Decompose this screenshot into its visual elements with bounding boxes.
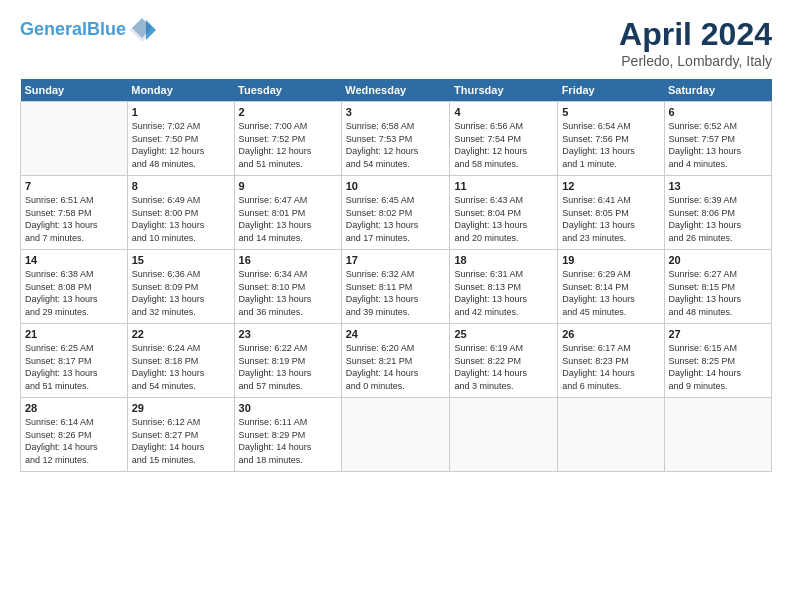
day-info: Sunrise: 6:15 AM Sunset: 8:25 PM Dayligh… bbox=[669, 342, 768, 392]
day-info: Sunrise: 6:27 AM Sunset: 8:15 PM Dayligh… bbox=[669, 268, 768, 318]
day-number: 18 bbox=[454, 254, 553, 266]
day-number: 15 bbox=[132, 254, 230, 266]
day-number: 3 bbox=[346, 106, 446, 118]
table-cell: 29Sunrise: 6:12 AM Sunset: 8:27 PM Dayli… bbox=[127, 398, 234, 472]
day-number: 28 bbox=[25, 402, 123, 414]
day-info: Sunrise: 6:11 AM Sunset: 8:29 PM Dayligh… bbox=[239, 416, 337, 466]
day-info: Sunrise: 6:25 AM Sunset: 8:17 PM Dayligh… bbox=[25, 342, 123, 392]
table-cell: 6Sunrise: 6:52 AM Sunset: 7:57 PM Daylig… bbox=[664, 102, 772, 176]
day-number: 17 bbox=[346, 254, 446, 266]
table-row: 1Sunrise: 7:02 AM Sunset: 7:50 PM Daylig… bbox=[21, 102, 772, 176]
logo-text: GeneralBlue bbox=[20, 20, 126, 40]
col-wednesday: Wednesday bbox=[341, 79, 450, 102]
day-number: 5 bbox=[562, 106, 659, 118]
table-row: 21Sunrise: 6:25 AM Sunset: 8:17 PM Dayli… bbox=[21, 324, 772, 398]
table-cell: 25Sunrise: 6:19 AM Sunset: 8:22 PM Dayli… bbox=[450, 324, 558, 398]
table-cell: 23Sunrise: 6:22 AM Sunset: 8:19 PM Dayli… bbox=[234, 324, 341, 398]
day-number: 6 bbox=[669, 106, 768, 118]
logo: GeneralBlue bbox=[20, 16, 156, 44]
header-row: Sunday Monday Tuesday Wednesday Thursday… bbox=[21, 79, 772, 102]
day-number: 4 bbox=[454, 106, 553, 118]
day-number: 21 bbox=[25, 328, 123, 340]
day-info: Sunrise: 6:58 AM Sunset: 7:53 PM Dayligh… bbox=[346, 120, 446, 170]
table-cell: 22Sunrise: 6:24 AM Sunset: 8:18 PM Dayli… bbox=[127, 324, 234, 398]
table-cell: 12Sunrise: 6:41 AM Sunset: 8:05 PM Dayli… bbox=[558, 176, 664, 250]
table-cell: 18Sunrise: 6:31 AM Sunset: 8:13 PM Dayli… bbox=[450, 250, 558, 324]
day-number: 14 bbox=[25, 254, 123, 266]
table-cell: 13Sunrise: 6:39 AM Sunset: 8:06 PM Dayli… bbox=[664, 176, 772, 250]
table-cell: 19Sunrise: 6:29 AM Sunset: 8:14 PM Dayli… bbox=[558, 250, 664, 324]
day-info: Sunrise: 6:41 AM Sunset: 8:05 PM Dayligh… bbox=[562, 194, 659, 244]
day-number: 23 bbox=[239, 328, 337, 340]
day-info: Sunrise: 6:36 AM Sunset: 8:09 PM Dayligh… bbox=[132, 268, 230, 318]
day-number: 19 bbox=[562, 254, 659, 266]
day-info: Sunrise: 6:19 AM Sunset: 8:22 PM Dayligh… bbox=[454, 342, 553, 392]
day-info: Sunrise: 6:38 AM Sunset: 8:08 PM Dayligh… bbox=[25, 268, 123, 318]
day-info: Sunrise: 6:51 AM Sunset: 7:58 PM Dayligh… bbox=[25, 194, 123, 244]
table-row: 28Sunrise: 6:14 AM Sunset: 8:26 PM Dayli… bbox=[21, 398, 772, 472]
table-cell: 11Sunrise: 6:43 AM Sunset: 8:04 PM Dayli… bbox=[450, 176, 558, 250]
table-cell: 15Sunrise: 6:36 AM Sunset: 8:09 PM Dayli… bbox=[127, 250, 234, 324]
day-info: Sunrise: 7:00 AM Sunset: 7:52 PM Dayligh… bbox=[239, 120, 337, 170]
day-number: 13 bbox=[669, 180, 768, 192]
table-cell bbox=[664, 398, 772, 472]
col-monday: Monday bbox=[127, 79, 234, 102]
table-cell: 21Sunrise: 6:25 AM Sunset: 8:17 PM Dayli… bbox=[21, 324, 128, 398]
table-cell: 24Sunrise: 6:20 AM Sunset: 8:21 PM Dayli… bbox=[341, 324, 450, 398]
table-cell bbox=[21, 102, 128, 176]
table-cell: 4Sunrise: 6:56 AM Sunset: 7:54 PM Daylig… bbox=[450, 102, 558, 176]
day-info: Sunrise: 6:49 AM Sunset: 8:00 PM Dayligh… bbox=[132, 194, 230, 244]
day-info: Sunrise: 6:39 AM Sunset: 8:06 PM Dayligh… bbox=[669, 194, 768, 244]
col-thursday: Thursday bbox=[450, 79, 558, 102]
table-cell: 20Sunrise: 6:27 AM Sunset: 8:15 PM Dayli… bbox=[664, 250, 772, 324]
table-cell: 17Sunrise: 6:32 AM Sunset: 8:11 PM Dayli… bbox=[341, 250, 450, 324]
day-info: Sunrise: 6:56 AM Sunset: 7:54 PM Dayligh… bbox=[454, 120, 553, 170]
table-cell: 14Sunrise: 6:38 AM Sunset: 8:08 PM Dayli… bbox=[21, 250, 128, 324]
calendar-table: Sunday Monday Tuesday Wednesday Thursday… bbox=[20, 79, 772, 472]
col-sunday: Sunday bbox=[21, 79, 128, 102]
day-info: Sunrise: 6:34 AM Sunset: 8:10 PM Dayligh… bbox=[239, 268, 337, 318]
day-number: 11 bbox=[454, 180, 553, 192]
col-friday: Friday bbox=[558, 79, 664, 102]
day-info: Sunrise: 6:32 AM Sunset: 8:11 PM Dayligh… bbox=[346, 268, 446, 318]
table-cell: 16Sunrise: 6:34 AM Sunset: 8:10 PM Dayli… bbox=[234, 250, 341, 324]
day-number: 27 bbox=[669, 328, 768, 340]
day-info: Sunrise: 6:20 AM Sunset: 8:21 PM Dayligh… bbox=[346, 342, 446, 392]
day-info: Sunrise: 6:52 AM Sunset: 7:57 PM Dayligh… bbox=[669, 120, 768, 170]
col-saturday: Saturday bbox=[664, 79, 772, 102]
day-number: 29 bbox=[132, 402, 230, 414]
logo-icon bbox=[128, 16, 156, 44]
day-info: Sunrise: 6:29 AM Sunset: 8:14 PM Dayligh… bbox=[562, 268, 659, 318]
day-number: 1 bbox=[132, 106, 230, 118]
title-area: April 2024 Perledo, Lombardy, Italy bbox=[619, 16, 772, 69]
day-number: 22 bbox=[132, 328, 230, 340]
day-info: Sunrise: 7:02 AM Sunset: 7:50 PM Dayligh… bbox=[132, 120, 230, 170]
day-info: Sunrise: 6:17 AM Sunset: 8:23 PM Dayligh… bbox=[562, 342, 659, 392]
day-number: 25 bbox=[454, 328, 553, 340]
table-cell bbox=[341, 398, 450, 472]
table-row: 7Sunrise: 6:51 AM Sunset: 7:58 PM Daylig… bbox=[21, 176, 772, 250]
table-cell: 1Sunrise: 7:02 AM Sunset: 7:50 PM Daylig… bbox=[127, 102, 234, 176]
table-cell: 2Sunrise: 7:00 AM Sunset: 7:52 PM Daylig… bbox=[234, 102, 341, 176]
table-cell: 3Sunrise: 6:58 AM Sunset: 7:53 PM Daylig… bbox=[341, 102, 450, 176]
table-cell: 28Sunrise: 6:14 AM Sunset: 8:26 PM Dayli… bbox=[21, 398, 128, 472]
day-info: Sunrise: 6:31 AM Sunset: 8:13 PM Dayligh… bbox=[454, 268, 553, 318]
table-cell: 5Sunrise: 6:54 AM Sunset: 7:56 PM Daylig… bbox=[558, 102, 664, 176]
day-number: 26 bbox=[562, 328, 659, 340]
table-cell: 9Sunrise: 6:47 AM Sunset: 8:01 PM Daylig… bbox=[234, 176, 341, 250]
table-cell: 30Sunrise: 6:11 AM Sunset: 8:29 PM Dayli… bbox=[234, 398, 341, 472]
day-number: 30 bbox=[239, 402, 337, 414]
table-cell: 10Sunrise: 6:45 AM Sunset: 8:02 PM Dayli… bbox=[341, 176, 450, 250]
calendar-subtitle: Perledo, Lombardy, Italy bbox=[619, 53, 772, 69]
day-info: Sunrise: 6:43 AM Sunset: 8:04 PM Dayligh… bbox=[454, 194, 553, 244]
table-cell bbox=[558, 398, 664, 472]
day-info: Sunrise: 6:22 AM Sunset: 8:19 PM Dayligh… bbox=[239, 342, 337, 392]
day-number: 16 bbox=[239, 254, 337, 266]
table-cell: 7Sunrise: 6:51 AM Sunset: 7:58 PM Daylig… bbox=[21, 176, 128, 250]
day-number: 9 bbox=[239, 180, 337, 192]
day-info: Sunrise: 6:47 AM Sunset: 8:01 PM Dayligh… bbox=[239, 194, 337, 244]
day-info: Sunrise: 6:12 AM Sunset: 8:27 PM Dayligh… bbox=[132, 416, 230, 466]
table-cell bbox=[450, 398, 558, 472]
table-cell: 26Sunrise: 6:17 AM Sunset: 8:23 PM Dayli… bbox=[558, 324, 664, 398]
day-info: Sunrise: 6:24 AM Sunset: 8:18 PM Dayligh… bbox=[132, 342, 230, 392]
